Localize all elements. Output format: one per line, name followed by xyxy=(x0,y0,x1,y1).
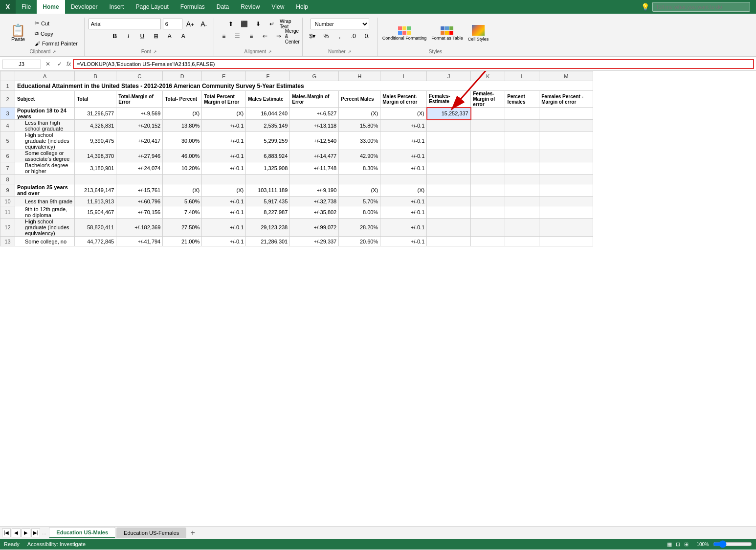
cell-D9[interactable]: (X) xyxy=(163,184,202,197)
menu-view[interactable]: View xyxy=(266,0,290,14)
cell-A9[interactable]: Population 25 years and over xyxy=(15,184,75,197)
row-header-13[interactable]: 13 xyxy=(0,237,15,246)
cancel-formula-button[interactable]: ✕ xyxy=(43,59,53,69)
italic-button[interactable]: I xyxy=(123,31,134,42)
cell-I4[interactable]: +/-0.1 xyxy=(380,120,427,132)
cell-M10[interactable] xyxy=(539,197,593,206)
underline-button[interactable]: U xyxy=(136,31,148,42)
cell-B13[interactable]: 44,772,845 xyxy=(75,237,116,246)
font-color-button[interactable]: A xyxy=(178,31,189,42)
cell-E6[interactable]: +/-0.1 xyxy=(202,150,246,162)
row-header-10[interactable]: 10 xyxy=(0,197,15,206)
cell-F4[interactable]: 2,535,149 xyxy=(246,120,290,132)
cell-A5[interactable]: High school graduate (includes equivalen… xyxy=(15,132,75,150)
cell-C5[interactable]: +/-20,417 xyxy=(116,132,163,150)
cell-M12[interactable] xyxy=(539,219,593,237)
cell-L5[interactable] xyxy=(505,132,539,150)
border-button[interactable]: ⊞ xyxy=(150,31,162,42)
cell-M9[interactable] xyxy=(539,184,593,197)
format-as-table-button[interactable]: Format as Table xyxy=(430,25,464,42)
cell-D4[interactable]: 13.80% xyxy=(163,120,202,132)
row-header-1[interactable]: 1 xyxy=(0,81,15,91)
tab-nav-first[interactable]: |◀ xyxy=(2,528,11,537)
cell-I5[interactable]: +/-0.1 xyxy=(380,132,427,150)
cell-F12[interactable]: 29,123,238 xyxy=(246,219,290,237)
font-size-increase-button[interactable]: A+ xyxy=(184,19,196,29)
row-header-11[interactable]: 11 xyxy=(0,206,15,219)
row-header-6[interactable]: 6 xyxy=(0,150,15,162)
cell-I13[interactable]: +/-0.1 xyxy=(380,237,427,246)
bold-button[interactable]: B xyxy=(109,31,121,42)
cell-J3[interactable]: 15,252,337 xyxy=(427,108,471,120)
cell-E13[interactable]: +/-0.1 xyxy=(202,237,246,246)
col-header-F[interactable]: F xyxy=(246,71,290,81)
cell-B11[interactable]: 15,904,467 xyxy=(75,206,116,219)
cell-H2[interactable]: Percent Males xyxy=(339,91,380,108)
wrap-text-button[interactable]: ↵ xyxy=(266,19,278,29)
col-header-K[interactable]: K xyxy=(471,71,505,81)
alignment-expand-icon[interactable]: ↗ xyxy=(268,49,272,54)
cell-styles-button[interactable]: Cell Styles xyxy=(467,24,490,43)
cell-J8[interactable] xyxy=(427,175,471,184)
number-expand-icon[interactable]: ↗ xyxy=(348,49,352,54)
row-header-3[interactable]: 3 xyxy=(0,108,15,120)
cell-A4[interactable]: Less than high school graduate xyxy=(15,120,75,132)
cell-K4[interactable] xyxy=(471,120,505,132)
cell-B5[interactable]: 9,390,475 xyxy=(75,132,116,150)
font-size-input[interactable] xyxy=(163,19,182,29)
cell-H12[interactable]: 28.20% xyxy=(339,219,380,237)
cell-E12[interactable]: +/-0.1 xyxy=(202,219,246,237)
cell-M3[interactable] xyxy=(539,108,593,120)
number-format-select[interactable]: Number xyxy=(311,19,369,29)
menu-insert[interactable]: Insert xyxy=(103,0,130,14)
cell-L13[interactable] xyxy=(505,237,539,246)
cell-G12[interactable]: +/-99,072 xyxy=(290,219,339,237)
align-bottom-button[interactable]: ⬇ xyxy=(252,19,264,29)
decrease-indent-button[interactable]: ⇐ xyxy=(259,31,271,42)
cell-M13[interactable] xyxy=(539,237,593,246)
cell-L8[interactable] xyxy=(505,175,539,184)
cell-K10[interactable] xyxy=(471,197,505,206)
cell-C13[interactable]: +/-41,794 xyxy=(116,237,163,246)
font-size-decrease-button[interactable]: A- xyxy=(198,19,210,29)
row-header-2[interactable]: 2 xyxy=(0,91,15,108)
view-normal-icon[interactable]: ▦ xyxy=(667,541,672,548)
cell-F3[interactable]: 16,044,240 xyxy=(246,108,290,120)
cell-K11[interactable] xyxy=(471,206,505,219)
formula-input[interactable] xyxy=(73,59,754,69)
paste-button[interactable]: 📋 Paste xyxy=(6,19,30,48)
cell-D12[interactable]: 27.50% xyxy=(163,219,202,237)
cell-M2[interactable]: Females Percent - Margin of error xyxy=(539,91,593,108)
comma-button[interactable]: , xyxy=(334,31,346,42)
cell-E3[interactable]: (X) xyxy=(202,108,246,120)
cell-C6[interactable]: +/-27,946 xyxy=(116,150,163,162)
cell-A11[interactable]: 9th to 12th grade, no diploma xyxy=(15,206,75,219)
cell-A6[interactable]: Some college or associate's degree xyxy=(15,150,75,162)
cell-E9[interactable]: (X) xyxy=(202,184,246,197)
format-painter-button[interactable]: 🖌 Format Painter xyxy=(32,39,80,48)
cell-K8[interactable] xyxy=(471,175,505,184)
cell-H11[interactable]: 8.00% xyxy=(339,206,380,219)
cell-L2[interactable]: Percent females xyxy=(505,91,539,108)
cell-K13[interactable] xyxy=(471,237,505,246)
increase-indent-button[interactable]: ⇒ xyxy=(273,31,285,42)
cell-K6[interactable] xyxy=(471,150,505,162)
cell-G6[interactable]: +/-14,477 xyxy=(290,150,339,162)
cell-G10[interactable]: +/-32,738 xyxy=(290,197,339,206)
cell-J5[interactable] xyxy=(427,132,471,150)
cell-G3[interactable]: +/-6,527 xyxy=(290,108,339,120)
cell-B6[interactable]: 14,398,370 xyxy=(75,150,116,162)
cell-G8[interactable] xyxy=(290,175,339,184)
cell-C4[interactable]: +/-20,152 xyxy=(116,120,163,132)
cell-H10[interactable]: 5.70% xyxy=(339,197,380,206)
cell-B9[interactable]: 213,649,147 xyxy=(75,184,116,197)
cut-button[interactable]: ✂ Cut xyxy=(32,19,80,28)
cell-B3[interactable]: 31,296,577 xyxy=(75,108,116,120)
align-left-button[interactable]: ≡ xyxy=(218,31,230,42)
align-center-button[interactable]: ☰ xyxy=(232,31,244,42)
cell-E2[interactable]: Total Percent Margin of Error xyxy=(202,91,246,108)
cell-C9[interactable]: +/-15,761 xyxy=(116,184,163,197)
increase-decimal-button[interactable]: 0. xyxy=(361,31,373,42)
row-header-12[interactable]: 12 xyxy=(0,219,15,237)
sheet-area[interactable]: A B C D E F G H I J K L M 1 xyxy=(0,71,756,526)
